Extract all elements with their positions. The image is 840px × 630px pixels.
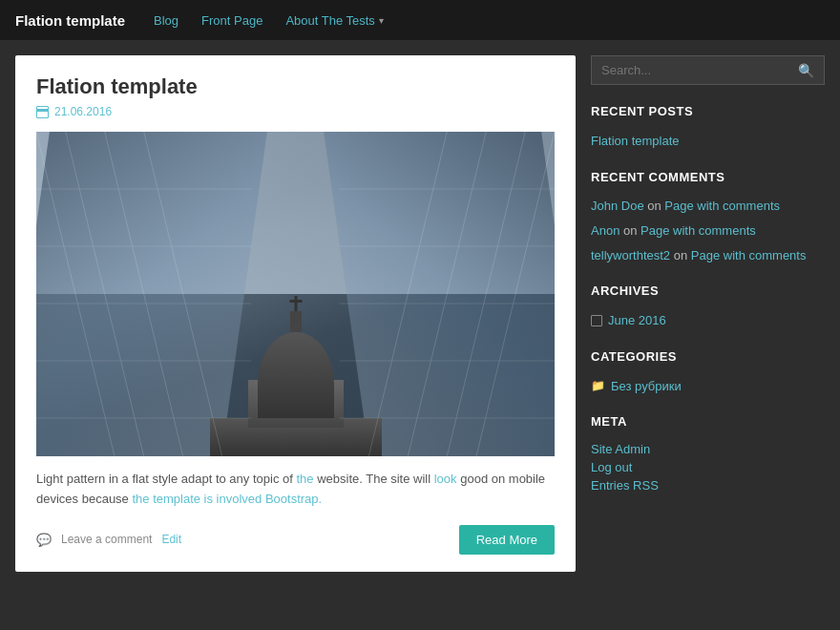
post-image <box>36 132 555 456</box>
dropdown-arrow-icon: ▾ <box>379 15 384 26</box>
read-more-button[interactable]: Read More <box>459 525 555 555</box>
nav-brand[interactable]: Flation template <box>15 12 125 29</box>
svg-line-11 <box>408 132 486 456</box>
archive-link-0[interactable]: June 2016 <box>608 311 666 330</box>
svg-line-3 <box>144 132 222 456</box>
category-link-0[interactable]: Без рубрики <box>611 377 682 396</box>
post-excerpt: Light pattern in a flat style adapt to a… <box>36 470 555 510</box>
archives-title: ARCHIVES <box>591 284 825 302</box>
comment-page-0[interactable]: Page with comments <box>664 199 780 213</box>
recent-comments-title: RECENT COMMENTS <box>591 170 825 188</box>
svg-line-9 <box>476 132 555 456</box>
comment-on-1: on <box>623 223 640 238</box>
post-title: Flation template <box>36 74 555 99</box>
sidebar-archives: ARCHIVES June 2016 <box>591 284 825 330</box>
edit-link[interactable]: Edit <box>161 533 181 546</box>
nav-link-frontpage[interactable]: Front Page <box>192 6 272 35</box>
recent-posts-title: RECENT POSTS <box>591 104 825 122</box>
post-footer: 💬 Leave a comment Edit Read More <box>36 525 555 555</box>
nav-link-blog[interactable]: Blog <box>144 6 188 35</box>
search-input[interactable] <box>592 56 788 84</box>
svg-line-1 <box>66 132 144 456</box>
nav-links: Blog Front Page About The Tests ▾ <box>144 6 393 35</box>
svg-line-10 <box>447 132 525 456</box>
comment-on-2: on <box>674 248 691 262</box>
comment-2: tellyworthtest2 on Page with comments <box>591 247 825 264</box>
recent-post-0[interactable]: Flation template <box>591 132 825 151</box>
navbar: Flation template Blog Front Page About T… <box>0 0 840 40</box>
svg-line-12 <box>368 132 447 456</box>
leave-comment-link[interactable]: Leave a comment <box>61 533 152 546</box>
svg-line-2 <box>105 132 183 456</box>
post-date: 21.06.2016 <box>36 105 555 118</box>
post-card: Flation template 21.06.2016 <box>15 55 576 572</box>
meta-link-2[interactable]: Entries RSS <box>591 478 825 493</box>
archive-calendar-icon <box>591 315 602 326</box>
calendar-icon <box>36 106 49 118</box>
main-content: Flation template 21.06.2016 <box>15 55 576 572</box>
sidebar-recent-posts: RECENT POSTS Flation template <box>591 104 825 151</box>
nav-link-about[interactable]: About The Tests ▾ <box>276 6 392 35</box>
search-box: 🔍 <box>591 55 825 85</box>
svg-line-0 <box>36 132 115 456</box>
comment-author-1[interactable]: Anon <box>591 223 620 238</box>
folder-icon: 📁 <box>591 379 605 392</box>
meta-link-0[interactable]: Site Admin <box>591 442 825 456</box>
comment-icon: 💬 <box>36 533 52 547</box>
archive-0: June 2016 <box>591 311 825 330</box>
meta-link-1[interactable]: Log out <box>591 460 825 474</box>
category-0: 📁 Без рубрики <box>591 377 825 396</box>
sidebar-recent-comments: RECENT COMMENTS John Doe on Page with co… <box>591 170 825 265</box>
meta-title: META <box>591 414 825 432</box>
comment-on-0: on <box>647 199 664 213</box>
comment-page-1[interactable]: Page with comments <box>640 223 756 238</box>
comment-page-2[interactable]: Page with comments <box>691 248 807 262</box>
sidebar: 🔍 RECENT POSTS Flation template RECENT C… <box>591 55 825 572</box>
comment-author-0[interactable]: John Doe <box>591 199 644 213</box>
search-button[interactable]: 🔍 <box>788 56 824 84</box>
categories-title: CATEGORIES <box>591 349 825 368</box>
comment-author-2[interactable]: tellyworthtest2 <box>591 248 670 262</box>
post-meta-left: 💬 Leave a comment Edit <box>36 533 181 547</box>
comment-0: John Doe on Page with comments <box>591 198 825 215</box>
sidebar-meta: META Site Admin Log out Entries RSS <box>591 414 825 493</box>
sidebar-categories: CATEGORIES 📁 Без рубрики <box>591 349 825 396</box>
comment-1: Anon on Page with comments <box>591 222 825 240</box>
